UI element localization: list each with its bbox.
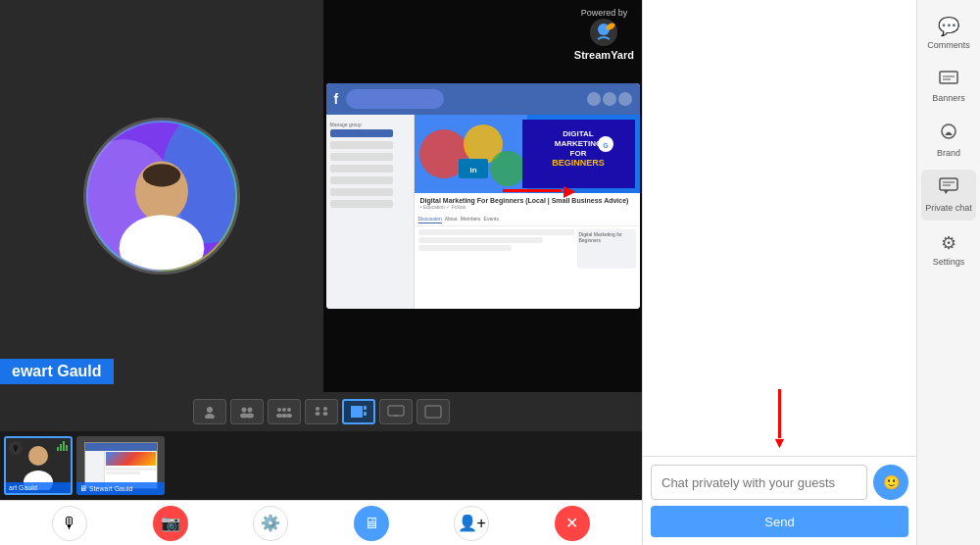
settings-icon: ⚙️ bbox=[261, 514, 280, 532]
arrow-to-private-chat: ▶ bbox=[503, 181, 575, 200]
chat-body bbox=[643, 0, 916, 389]
svg-rect-41 bbox=[351, 406, 363, 418]
layout-screen-btn[interactable] bbox=[379, 399, 413, 424]
presenter-name-tag: ewart Gauld bbox=[0, 359, 114, 384]
sidebar-item-brand[interactable]: Brand bbox=[921, 115, 976, 166]
chat-input-row: 🙂 bbox=[651, 465, 908, 500]
screen-share-content: f Manage group bbox=[326, 83, 640, 309]
thumbnail-strip: 🎙 art Gauld bbox=[0, 431, 642, 500]
svg-point-31 bbox=[277, 408, 281, 412]
sidebar-item-banners[interactable]: Banners bbox=[921, 62, 976, 111]
fb-header: f bbox=[326, 83, 640, 115]
main-video-area: ewart Gauld Powered by bbox=[0, 0, 642, 545]
settings-button[interactable]: ⚙️ bbox=[253, 506, 288, 541]
add-guest-icon: 👤+ bbox=[458, 514, 486, 532]
thumb-screen-label: 🖥 Stewart Gauld bbox=[76, 482, 165, 495]
thumb-screen-share[interactable]: 🖥 Stewart Gauld bbox=[76, 436, 165, 495]
screen-share-button[interactable]: 🖥 bbox=[354, 506, 389, 541]
fb-page-sub: • Education ✓ Follow bbox=[420, 204, 634, 210]
svg-point-52 bbox=[942, 124, 956, 138]
svg-point-29 bbox=[247, 408, 252, 413]
brand-icon bbox=[939, 123, 958, 145]
layout-single-btn[interactable] bbox=[193, 399, 226, 424]
comments-icon: 💬 bbox=[938, 16, 959, 37]
svg-point-38 bbox=[315, 412, 319, 416]
svg-rect-44 bbox=[388, 406, 404, 416]
svg-point-47 bbox=[28, 446, 48, 466]
fb-tabs: Discussion About Members Events bbox=[415, 214, 640, 226]
fb-body: Manage group bbox=[326, 115, 640, 309]
camera-button[interactable]: 📷 bbox=[153, 506, 188, 541]
arrow-down: ▼ bbox=[772, 389, 788, 452]
mic-icon: 🎙 bbox=[62, 515, 77, 532]
svg-rect-53 bbox=[940, 178, 957, 190]
remove-button[interactable]: ✕ bbox=[555, 506, 590, 541]
svg-point-37 bbox=[316, 407, 319, 411]
svg-point-35 bbox=[287, 408, 291, 412]
presenter-pane: ewart Gauld bbox=[0, 0, 323, 392]
screen-share-icon: 🖥 bbox=[364, 515, 379, 532]
svg-point-30 bbox=[246, 414, 254, 419]
settings-gear-icon: ⚙ bbox=[941, 232, 956, 254]
private-chat-input[interactable] bbox=[651, 465, 867, 500]
svg-text:MARKETING: MARKETING bbox=[554, 139, 601, 148]
chat-emoji-btn[interactable]: 🙂 bbox=[873, 465, 908, 500]
svg-rect-46 bbox=[425, 406, 441, 418]
emoji-icon: 🙂 bbox=[883, 474, 900, 490]
layout-blank-btn[interactable] bbox=[416, 399, 450, 424]
sidebar-item-comments[interactable]: 💬 Comments bbox=[921, 8, 976, 58]
thumb-presenter[interactable]: 🎙 art Gauld bbox=[4, 436, 73, 495]
thumb-presenter-label: art Gauld bbox=[6, 482, 71, 493]
add-guest-button[interactable]: 👤+ bbox=[454, 506, 489, 541]
svg-text:FOR: FOR bbox=[569, 149, 586, 158]
fb-nav bbox=[587, 92, 632, 106]
bottom-toolbar: 🎙 📷 ⚙️ 🖥 👤+ ✕ bbox=[0, 500, 642, 545]
private-chat-icon bbox=[939, 177, 958, 200]
svg-rect-49 bbox=[940, 72, 957, 83]
svg-point-6 bbox=[143, 164, 181, 186]
layout-four-btn[interactable] bbox=[305, 399, 338, 424]
svg-text:DIGITAL: DIGITAL bbox=[563, 129, 594, 138]
presenter-avatar bbox=[83, 118, 240, 274]
streamyard-icon bbox=[589, 18, 618, 47]
layout-selector-bar bbox=[0, 392, 642, 431]
fb-content: Digital Marketing for Beginners bbox=[415, 226, 640, 272]
svg-text:BEGINNERS: BEGINNERS bbox=[552, 158, 605, 168]
svg-rect-42 bbox=[364, 406, 367, 410]
svg-rect-43 bbox=[364, 412, 367, 416]
fb-sidebar: Manage group bbox=[326, 115, 415, 309]
mic-button[interactable]: 🎙 bbox=[52, 506, 87, 541]
video-stage: ewart Gauld Powered by bbox=[0, 0, 642, 392]
svg-point-36 bbox=[286, 414, 292, 418]
private-chat-area: ▼ 🙂 Send bbox=[642, 0, 916, 545]
chat-input-area: 🙂 Send bbox=[643, 456, 916, 545]
fb-logo: f bbox=[334, 91, 339, 107]
svg-point-27 bbox=[241, 408, 246, 413]
camera-off-icon: 📷 bbox=[161, 514, 180, 532]
svg-point-33 bbox=[282, 408, 286, 412]
send-button[interactable]: Send bbox=[651, 506, 908, 537]
screen-share-pane: Powered by StreamYard bbox=[323, 0, 642, 392]
sidebar-item-private-chat[interactable]: Private chat bbox=[921, 170, 976, 221]
svg-point-26 bbox=[205, 414, 215, 419]
streamyard-badge: Powered by StreamYard bbox=[574, 8, 634, 61]
layout-three-btn[interactable] bbox=[268, 399, 301, 424]
svg-point-25 bbox=[207, 407, 213, 413]
layout-two-btn[interactable] bbox=[230, 399, 264, 424]
svg-text:in: in bbox=[469, 166, 476, 174]
fb-search-bar bbox=[346, 89, 444, 109]
svg-text:G: G bbox=[603, 142, 609, 149]
sidebar-item-settings[interactable]: ⚙ Settings bbox=[921, 224, 976, 274]
svg-point-40 bbox=[322, 412, 327, 416]
svg-point-39 bbox=[323, 407, 327, 411]
banners-icon bbox=[939, 70, 958, 90]
fb-main-content: in DIGITAL MARKETING FOR BEGINNERS bbox=[415, 115, 640, 309]
remove-icon: ✕ bbox=[565, 514, 578, 532]
right-sidebar: 💬 Comments Banners Brand bbox=[916, 0, 980, 545]
layout-featured-btn[interactable] bbox=[342, 399, 375, 424]
arrow-down-container: ▼ bbox=[643, 389, 916, 452]
